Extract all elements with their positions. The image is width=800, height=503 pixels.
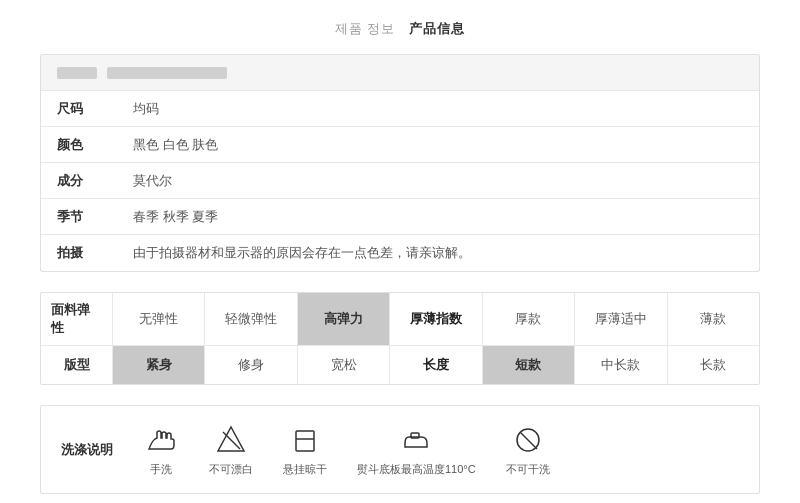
washing-icon-label: 悬挂晾干 — [283, 462, 327, 477]
attr-row: 面料弹性 无弹性轻微弹性高弹力厚薄指数厚款厚薄适中薄款 — [41, 293, 759, 346]
handwash-icon — [143, 422, 179, 458]
iron-110-icon — [398, 422, 434, 458]
product-info-row: 季节 春季 秋季 夏季 — [41, 199, 759, 235]
product-info-row: 成分 莫代尔 — [41, 163, 759, 199]
attr-cell: 轻微弹性 — [205, 293, 297, 345]
washing-icon-hang-dry: 悬挂晾干 — [283, 422, 327, 477]
product-rows: 尺码 均码 颜色 黑色 白色 肤色 成分 莫代尔 季节 春季 秋季 夏季 拍摄 … — [41, 91, 759, 271]
row-label: 季节 — [41, 200, 121, 234]
attr-cells: 无弹性轻微弹性高弹力厚薄指数厚款厚薄适中薄款 — [113, 293, 759, 345]
washing-section: 洗涤说明 手洗 不可漂白 悬挂晾干 熨斗底板最高温度110°C — [40, 405, 760, 494]
row-value: 莫代尔 — [121, 164, 759, 198]
attr-cell: 薄款 — [668, 293, 759, 345]
attr-cell: 紧身 — [113, 346, 205, 384]
washing-label: 洗涤说明 — [61, 441, 113, 459]
washing-icon-no-dry: 不可干洗 — [506, 422, 550, 477]
svg-rect-2 — [296, 431, 314, 451]
attr-cell: 短款 — [483, 346, 575, 384]
washing-icon-iron-110: 熨斗底板最高温度110°C — [357, 422, 476, 477]
washing-icon-label: 熨斗底板最高温度110°C — [357, 462, 476, 477]
no-bleach-icon — [213, 422, 249, 458]
svg-rect-4 — [411, 433, 419, 438]
attr-label: 面料弹性 — [41, 293, 113, 345]
tab-product-cn[interactable]: 产品信息 — [409, 21, 465, 36]
attr-rows: 面料弹性 无弹性轻微弹性高弹力厚薄指数厚款厚薄适中薄款 版型 紧身修身宽松长度短… — [41, 293, 759, 384]
washing-icon-label: 不可干洗 — [506, 462, 550, 477]
row-value: 春季 秋季 夏季 — [121, 200, 759, 234]
attr-cell: 高弹力 — [298, 293, 390, 345]
attr-row: 版型 紧身修身宽松长度短款中长款长款 — [41, 346, 759, 384]
attr-cell: 厚薄指数 — [390, 293, 482, 345]
row-label: 尺码 — [41, 92, 121, 126]
row-value: 均码 — [121, 92, 759, 126]
attr-cell: 厚薄适中 — [575, 293, 667, 345]
row-value: 黑色 白色 肤色 — [121, 128, 759, 162]
tab-product-kr[interactable]: 제품 정보 — [335, 21, 396, 36]
blurred-row — [41, 55, 759, 91]
row-value: 由于拍摄器材和显示器的原因会存在一点色差，请亲谅解。 — [121, 236, 759, 270]
washing-icon-label: 手洗 — [150, 462, 172, 477]
attr-cell: 长款 — [668, 346, 759, 384]
product-info-row: 拍摄 由于拍摄器材和显示器的原因会存在一点色差，请亲谅解。 — [41, 235, 759, 271]
row-label: 颜色 — [41, 128, 121, 162]
product-info-table: 尺码 均码 颜色 黑色 白色 肤色 成分 莫代尔 季节 春季 秋季 夏季 拍摄 … — [40, 54, 760, 272]
attr-cell: 无弹性 — [113, 293, 205, 345]
svg-line-1 — [223, 432, 240, 449]
attr-cell: 厚款 — [483, 293, 575, 345]
washing-icon-label: 不可漂白 — [209, 462, 253, 477]
attr-cell: 修身 — [205, 346, 297, 384]
row-label: 拍摄 — [41, 236, 121, 270]
blurred-block-1 — [57, 67, 97, 79]
attr-cell: 中长款 — [575, 346, 667, 384]
attr-cell: 宽松 — [298, 346, 390, 384]
attr-cells: 紧身修身宽松长度短款中长款长款 — [113, 346, 759, 384]
washing-icon-handwash: 手洗 — [143, 422, 179, 477]
page-header: 제품 정보 产品信息 — [40, 20, 760, 38]
product-info-row: 颜色 黑色 白色 肤色 — [41, 127, 759, 163]
attr-cell: 长度 — [390, 346, 482, 384]
attr-label: 版型 — [41, 346, 113, 384]
attributes-table: 面料弹性 无弹性轻微弹性高弹力厚薄指数厚款厚薄适中薄款 版型 紧身修身宽松长度短… — [40, 292, 760, 385]
svg-line-6 — [520, 432, 537, 449]
product-info-row: 尺码 均码 — [41, 91, 759, 127]
blurred-block-2 — [107, 67, 227, 79]
washing-icon-no-bleach: 不可漂白 — [209, 422, 253, 477]
no-dry-icon — [510, 422, 546, 458]
row-label: 成分 — [41, 164, 121, 198]
washing-icons: 手洗 不可漂白 悬挂晾干 熨斗底板最高温度110°C 不可干洗 — [143, 422, 550, 477]
hang-dry-icon — [287, 422, 323, 458]
